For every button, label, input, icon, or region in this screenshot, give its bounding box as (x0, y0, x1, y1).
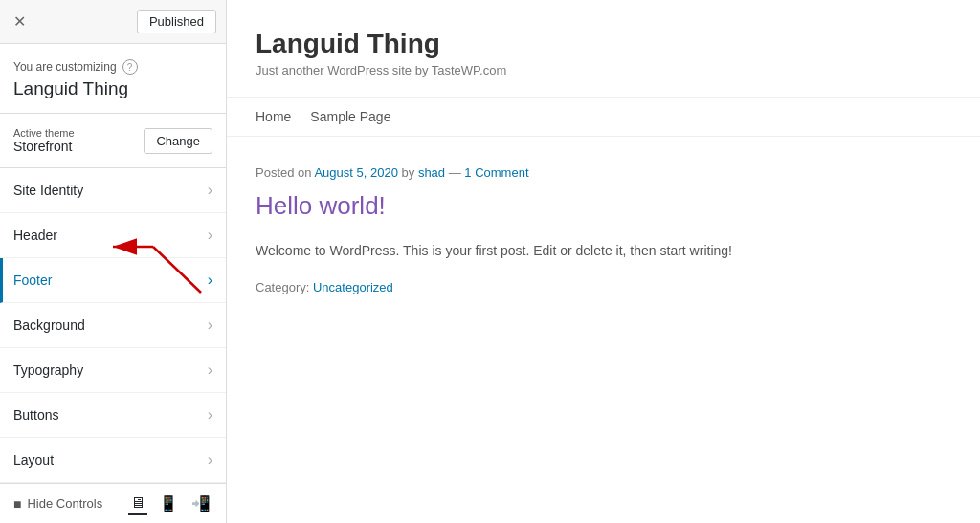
post-category-link[interactable]: Uncategorized (313, 280, 393, 294)
change-theme-button[interactable]: Change (144, 128, 212, 154)
close-button[interactable]: ✕ (10, 9, 30, 34)
published-button[interactable]: Published (137, 10, 216, 33)
menu-item-background[interactable]: Background› (0, 303, 226, 348)
menu-items-container: Site Identity›Header›Footer›Background›T… (0, 168, 226, 483)
desktop-icon: 🖥 (130, 494, 145, 511)
menu-item-label: Buttons (13, 407, 58, 423)
tablet-device-button[interactable]: 📱 (157, 492, 180, 515)
site-title: Languid Thing (256, 29, 951, 59)
chevron-icon: › (208, 406, 212, 424)
customizing-site-name: Languid Thing (13, 78, 212, 99)
menu-item-label: Header (13, 228, 57, 243)
menu-item-site-identity[interactable]: Site Identity› (0, 168, 226, 213)
chevron-icon: › (208, 272, 212, 289)
post-author-link[interactable]: shad (418, 165, 445, 180)
site-content: Posted on August 5, 2020 by shad — 1 Com… (227, 137, 980, 323)
chevron-icon: › (208, 451, 212, 469)
menu-item-label: Footer (13, 272, 52, 288)
nav-home[interactable]: Home (256, 109, 291, 124)
menu-item-header[interactable]: Header› (0, 213, 226, 258)
post-meta: Posted on August 5, 2020 by shad — 1 Com… (256, 165, 951, 180)
nav-sample-page[interactable]: Sample Page (310, 109, 390, 124)
preview-inner: Languid Thing Just another WordPress sit… (227, 0, 980, 323)
preview-area: Languid Thing Just another WordPress sit… (227, 0, 980, 523)
site-tagline: Just another WordPress site by TasteWP.c… (256, 63, 951, 77)
help-icon[interactable]: ? (122, 59, 138, 75)
sidebar-bottom: ■ Hide Controls 🖥 📱 📲 (0, 483, 226, 523)
sidebar: ✕ Published You are customizing ? Langui… (0, 0, 227, 523)
post-content: Welcome to WordPress. This is your first… (256, 240, 951, 261)
hide-controls-button[interactable]: ■ Hide Controls (13, 496, 102, 512)
post-footer: Category: Uncategorized (256, 280, 951, 294)
active-theme-info: Active theme Storefront (13, 127, 75, 154)
close-icon: ✕ (13, 13, 26, 30)
chevron-icon: › (208, 227, 212, 244)
active-theme-label: Active theme (13, 127, 75, 139)
active-theme-section: Active theme Storefront Change (0, 114, 226, 168)
post-comment-link[interactable]: 1 Comment (464, 165, 528, 180)
sidebar-topbar: ✕ Published (0, 0, 226, 44)
desktop-device-button[interactable]: 🖥 (128, 492, 147, 515)
menu-list: Site Identity›Header›Footer›Background›T… (0, 168, 226, 483)
mobile-icon: 📲 (191, 495, 211, 512)
post-title[interactable]: Hello world! (256, 191, 951, 221)
menu-item-buttons[interactable]: Buttons› (0, 393, 226, 438)
menu-item-label: Background (13, 317, 85, 333)
chevron-icon: › (208, 361, 212, 379)
menu-item-label: Site Identity (13, 183, 83, 198)
theme-name: Storefront (13, 139, 75, 154)
customizing-label: You are customizing ? (13, 59, 212, 75)
customizing-section: You are customizing ? Languid Thing (0, 44, 226, 114)
chevron-icon: › (208, 182, 212, 199)
menu-item-label: Typography (13, 362, 83, 378)
site-header: Languid Thing Just another WordPress sit… (227, 0, 980, 98)
chevron-icon: › (208, 316, 212, 334)
post-date-link[interactable]: August 5, 2020 (314, 165, 397, 180)
mobile-device-button[interactable]: 📲 (189, 492, 212, 515)
eye-icon: ■ (13, 496, 21, 512)
tablet-icon: 📱 (159, 495, 178, 512)
menu-item-label: Layout (13, 452, 54, 468)
site-nav: Home Sample Page (227, 98, 980, 137)
menu-item-layout[interactable]: Layout› (0, 438, 226, 483)
hide-controls-label: Hide Controls (27, 496, 102, 511)
menu-item-typography[interactable]: Typography› (0, 348, 226, 393)
menu-item-footer[interactable]: Footer› (0, 258, 226, 303)
device-icons: 🖥 📱 📲 (128, 492, 212, 515)
